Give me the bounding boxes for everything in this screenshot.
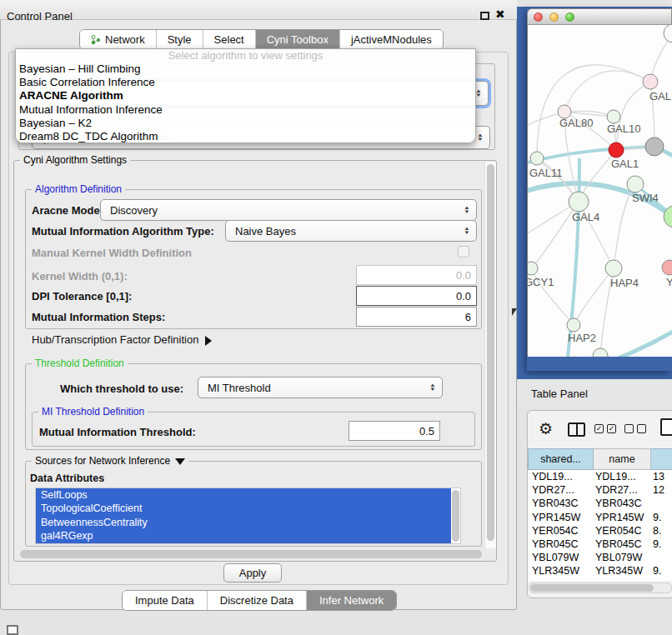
tab-select[interactable]: Select	[203, 30, 256, 49]
settings-vscroll-thumb[interactable]	[487, 164, 494, 541]
network-node-gal[interactable]	[643, 74, 658, 89]
table-row[interactable]: YBL079WYBL079W	[528, 551, 672, 564]
tab-cyni-toolbox[interactable]: Cyni Toolbox	[256, 30, 340, 49]
unchecked-box-icon	[624, 424, 634, 433]
algorithm-option[interactable]: Bayesian – K2	[16, 117, 475, 130]
tab-label: jActiveMNodules	[351, 33, 432, 46]
collapsed-panel-icon[interactable]	[7, 625, 18, 635]
document-icon[interactable]	[660, 418, 672, 436]
network-edge[interactable]	[616, 82, 650, 150]
attribute-item[interactable]: gal4RGexp	[36, 529, 451, 542]
tab-style[interactable]: Style	[157, 30, 203, 49]
apply-button[interactable]: Apply	[223, 563, 282, 582]
close-traffic-light-icon[interactable]	[534, 12, 543, 22]
control-panel-titlebar[interactable]	[0, 0, 517, 20]
network-edge[interactable]	[564, 118, 579, 202]
table-cell	[651, 497, 653, 510]
settings-hscroll-thumb[interactable]	[20, 550, 482, 558]
network-node-gal1[interactable]	[609, 142, 624, 158]
tab-label: Style	[168, 33, 192, 46]
which-threshold-label: Which threshold to use:	[60, 382, 183, 395]
mi-type-combo[interactable]: Naive Bayes ▲▼	[225, 220, 477, 242]
zoom-traffic-light-icon[interactable]	[565, 12, 574, 22]
node-label: GAL10	[607, 122, 640, 135]
mi-type-value: Naive Bayes	[235, 225, 296, 238]
split-columns-icon[interactable]	[568, 422, 585, 437]
network-node-hap4[interactable]	[605, 260, 622, 277]
network-node-y[interactable]	[662, 260, 672, 275]
table-row[interactable]: YBR045CYBR045C9.	[528, 538, 672, 551]
algorithm-option[interactable]: ARACNE Algorithm	[16, 89, 475, 102]
hub-definition-toggle[interactable]: Hub/Transcription Factor Definition	[32, 333, 212, 346]
tab-network[interactable]: Network	[80, 30, 157, 49]
attribute-item[interactable]: SelfLoops	[36, 488, 451, 502]
combo-arrows-icon: ▲▼	[429, 383, 436, 392]
algorithm-definition-title: Algorithm Definition	[32, 183, 125, 195]
apply-label: Apply	[239, 567, 267, 579]
table-cell: 9.	[651, 511, 661, 524]
cyni-settings-title: Cyni Algorithm Settings	[20, 154, 130, 166]
table-row[interactable]: YPR145WYPR145W9.	[528, 511, 672, 524]
table-body[interactable]: YDL19...YDL19...13YDR27...YDR27...12YBR0…	[528, 470, 672, 581]
tab-infer-network[interactable]: Infer Network	[307, 591, 396, 610]
data-attributes-label: Data Attributes	[30, 472, 104, 484]
table-row[interactable]: YLR345WYLR345W9.	[528, 564, 672, 578]
network-node[interactable]	[664, 25, 672, 42]
float-window-icon[interactable]	[480, 12, 489, 20]
deselect-all-checkboxes-icon[interactable]	[624, 424, 646, 433]
attributes-scrollbar[interactable]	[452, 490, 459, 542]
network-node-gcy1[interactable]	[528, 262, 538, 275]
network-node-gal10[interactable]	[607, 110, 620, 123]
network-node[interactable]	[593, 348, 608, 357]
dpi-tolerance-field[interactable]: 0.0	[356, 286, 477, 306]
algorithm-option[interactable]: Basic Correlation Inference	[16, 76, 475, 89]
close-icon[interactable]: ✖	[495, 8, 505, 21]
control-panel-title: Control Panel	[7, 10, 73, 22]
column-header[interactable]	[651, 448, 672, 470]
column-header-shared[interactable]: shared...	[528, 448, 594, 470]
sources-title[interactable]: Sources for Network Inference	[32, 455, 188, 467]
mi-threshold-field[interactable]: 0.5	[349, 421, 440, 441]
data-attributes-list[interactable]: SelfLoopsTopologicalCoefficientBetweenne…	[35, 488, 461, 544]
network-node-gal11[interactable]	[530, 152, 544, 165]
network-node-gal4[interactable]	[569, 192, 589, 212]
table-cell: YER054C	[528, 524, 594, 538]
network-node-hap2[interactable]	[567, 318, 580, 332]
attribute-item[interactable]: TopologicalCoefficient	[36, 502, 451, 515]
tab-jactivemnodules[interactable]: jActiveMNodules	[340, 30, 443, 49]
table-cell: 9.	[651, 538, 661, 551]
table-row[interactable]: YIL052CYIL052C9	[528, 578, 672, 582]
table-row[interactable]: YBR043CYBR043C	[528, 497, 672, 510]
network-node-swi4[interactable]	[627, 176, 644, 192]
algorithm-option[interactable]: Bayesian – Hill Climbing	[16, 62, 475, 76]
minimize-traffic-light-icon[interactable]	[549, 12, 559, 22]
which-threshold-combo[interactable]: MI Threshold ▲▼	[198, 377, 443, 398]
combo-arrows-icon: ▲▼	[464, 227, 470, 235]
algorithm-option[interactable]: Dream8 DC_TDC Algorithm	[16, 130, 475, 143]
table-row[interactable]: YDR27...YDR27...12	[528, 483, 672, 497]
attribute-item[interactable]: BetweennessCentrality	[36, 516, 451, 529]
network-node[interactable]	[645, 138, 664, 156]
tab-impute-data[interactable]: Impute Data	[123, 591, 208, 610]
table-cell: YIL052C	[528, 578, 594, 582]
combo-arrows-icon: ▲▼	[477, 133, 484, 142]
column-header-name[interactable]: name	[594, 448, 651, 470]
table-row[interactable]: YDL19...YDL19...13	[528, 470, 672, 483]
select-all-checkboxes-icon[interactable]: ✓ ✓	[594, 424, 616, 433]
manual-kernel-checkbox[interactable]	[458, 246, 469, 258]
table-hscroll-thumb[interactable]	[530, 584, 654, 592]
table-cell: YER054C	[594, 524, 651, 538]
kernel-width-field[interactable]: 0.0	[356, 265, 477, 285]
network-edge[interactable]	[618, 332, 672, 357]
threshold-definition-title: Threshold Definition	[32, 358, 128, 369]
algorithm-option[interactable]: Mutual Information Inference	[16, 103, 475, 117]
gear-icon[interactable]: ⚙	[539, 419, 553, 438]
node-label: Y	[666, 276, 672, 288]
mouse-cursor	[512, 308, 517, 316]
checked-box-icon: ✓	[594, 424, 604, 433]
aracne-mode-combo[interactable]: Discovery ▲▼	[100, 199, 477, 221]
network-canvas[interactable]: GALGAL80GAL10GAL1GAL11SWI4GAL4GCY1HAP4YH…	[527, 25, 672, 357]
mi-steps-field[interactable]: 6	[356, 307, 477, 327]
tab-discretize-data[interactable]: Discretize Data	[208, 591, 307, 610]
table-row[interactable]: YER054CYER054C8.	[528, 524, 672, 538]
